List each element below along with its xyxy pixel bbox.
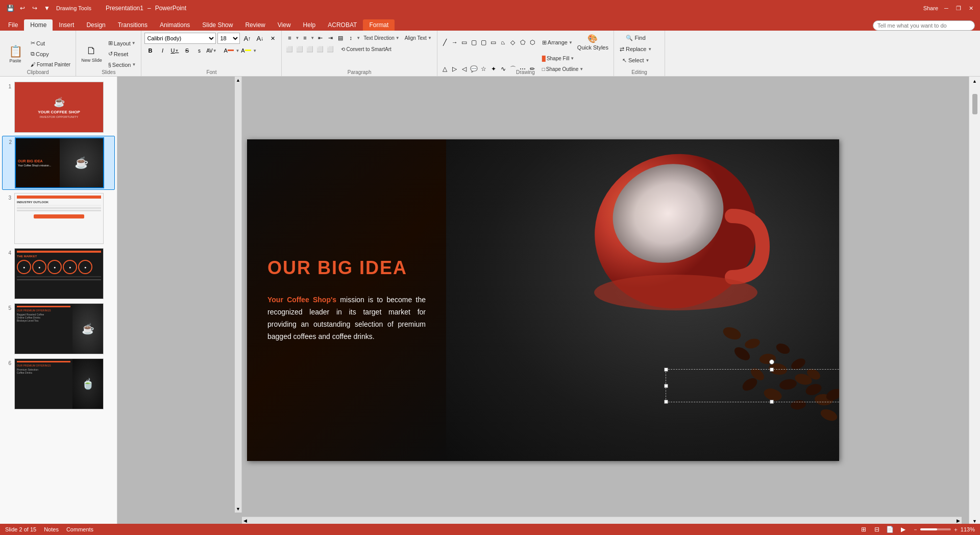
tab-review[interactable]: Review	[239, 19, 271, 31]
increase-font-btn[interactable]: A↑	[241, 33, 253, 44]
scroll-right-btn[interactable]: ▶	[955, 518, 962, 523]
right-scroll-thumb[interactable]	[972, 94, 977, 114]
numbered-list-btn[interactable]: ≡	[300, 33, 309, 42]
shape-diamond[interactable]: ◇	[508, 38, 518, 47]
slide-thumb-3[interactable]: 3 INDUSTRY OUTLOOK	[2, 192, 115, 245]
tab-format[interactable]: Format	[363, 19, 395, 31]
convert-smartart-btn[interactable]: ⟲Convert to SmartArt	[339, 44, 393, 54]
align-left-btn[interactable]: ⬜	[285, 44, 294, 54]
close-btn[interactable]: ✕	[967, 4, 975, 12]
shadow-btn[interactable]: s	[193, 45, 205, 56]
slide-thumb-6[interactable]: 6 OUR PREMIUM OFFERINGS Premium Selectio…	[2, 357, 115, 410]
align-center-btn[interactable]: ⬜	[295, 44, 304, 54]
increase-indent-btn[interactable]: ⇥	[326, 33, 335, 42]
find-button[interactable]: 🔍Find	[623, 33, 648, 43]
text-direction-btn[interactable]: Text Direction▼	[361, 33, 402, 43]
line-spacing-btn[interactable]: ↕	[346, 33, 355, 42]
bold-btn[interactable]: B	[144, 45, 156, 56]
shape-rect3[interactable]: ▭	[489, 38, 498, 47]
replace-button[interactable]: ⇄Replace▼	[617, 44, 654, 54]
right-scroll-up[interactable]: ▲	[972, 79, 977, 84]
cut-button[interactable]: ✂Cut	[29, 38, 72, 48]
align-text-btn[interactable]: Align Text▼	[403, 33, 434, 43]
restore-btn[interactable]: ❐	[954, 4, 963, 12]
clear-format-btn[interactable]: ✕	[267, 33, 278, 44]
zoom-minus-btn[interactable]: －	[913, 526, 918, 533]
scroll-up-btn[interactable]: ▲	[236, 78, 240, 83]
tell-me-input[interactable]	[873, 20, 975, 31]
scroll-left-btn[interactable]: ◀	[242, 518, 249, 523]
normal-view-icon[interactable]: ⊞	[860, 525, 868, 533]
slideshow-icon[interactable]: ▶	[899, 525, 908, 533]
slide-thumb-4[interactable]: 4 THE MARKET ● ● ● ● ●	[2, 247, 115, 300]
shape-line[interactable]: ╱	[440, 38, 450, 47]
paste-button[interactable]: 📋 Paste	[3, 39, 28, 69]
arrange-btn[interactable]: ⊞Arrange▼	[540, 37, 575, 47]
shape-hexagon[interactable]: ⬡	[528, 38, 537, 47]
zoom-slider[interactable]	[920, 528, 951, 530]
minimize-btn[interactable]: ─	[942, 4, 950, 12]
select-button[interactable]: ↖Select▼	[620, 55, 652, 65]
svg-point-17	[762, 386, 783, 403]
quick-styles-btn[interactable]: 🎨 Quick Styles	[575, 33, 610, 52]
copy-button[interactable]: ⧉Copy	[29, 49, 72, 59]
customize-quick-btn[interactable]: ▼	[42, 3, 52, 13]
tab-design[interactable]: Design	[80, 19, 111, 31]
main-slide[interactable]: OUR BIG IDEA Your Coffee Shop's mission …	[247, 139, 839, 461]
shape-rect[interactable]: ▭	[460, 38, 469, 47]
format-painter-button[interactable]: 🖌Format Painter	[29, 60, 72, 70]
char-spacing-btn[interactable]: AV▼	[206, 45, 217, 56]
shape-pentagon[interactable]: ⬠	[518, 38, 527, 47]
tab-acrobat[interactable]: ACROBAT	[322, 19, 363, 31]
decrease-font-btn[interactable]: A↓	[254, 33, 265, 44]
highlight-btn[interactable]: A	[240, 45, 252, 56]
tab-file[interactable]: File	[2, 19, 24, 31]
redo-quick-btn[interactable]: ↪	[30, 3, 40, 13]
shape-round-rect[interactable]: ▢	[479, 38, 488, 47]
tab-view[interactable]: View	[272, 19, 297, 31]
justify-btn[interactable]: ⬜	[315, 44, 325, 54]
shape-arrow[interactable]: →	[450, 38, 459, 47]
new-slide-button[interactable]: 🗋 New Slide	[79, 39, 104, 69]
font-color-btn[interactable]: A	[223, 45, 234, 56]
notes-btn[interactable]: Notes	[44, 526, 59, 532]
undo-quick-btn[interactable]: ↩	[17, 3, 28, 13]
file-name: Presentation1	[106, 5, 143, 12]
slide-sorter-icon[interactable]: ⊟	[873, 525, 881, 533]
strikethrough-btn[interactable]: S	[181, 45, 192, 56]
shape-rect2[interactable]: ▢	[470, 38, 479, 47]
distribute-h-btn[interactable]: ⬜	[326, 44, 335, 54]
share-label[interactable]: Share	[923, 5, 938, 11]
columns-btn[interactable]: ▤	[336, 33, 345, 42]
bullet-list-btn[interactable]: ≡	[285, 33, 294, 42]
italic-btn[interactable]: I	[157, 45, 168, 56]
reset-button[interactable]: ↺Reset	[106, 49, 138, 59]
font-family-select[interactable]: Calibri (Body)	[144, 33, 216, 44]
font-size-select[interactable]: 18	[217, 33, 240, 44]
shape-fill-btn[interactable]: █Shape Fill▼	[540, 53, 586, 63]
right-scroll-down[interactable]: ▼	[972, 519, 977, 524]
shape-trapezoid[interactable]: ⏢	[499, 38, 508, 47]
tab-slideshow[interactable]: Slide Show	[196, 19, 239, 31]
section-button[interactable]: §Section▼	[106, 60, 138, 70]
tab-help[interactable]: Help	[297, 19, 322, 31]
slide-area[interactable]: ▲ ▼ OUR BIG IDEA Your Coffee Shop's miss…	[117, 77, 969, 524]
scroll-up-area: ▲ ▼	[235, 77, 242, 513]
reading-view-icon[interactable]: 📄	[886, 525, 894, 533]
tab-transitions[interactable]: Transitions	[112, 19, 154, 31]
decrease-indent-btn[interactable]: ⇤	[315, 33, 325, 42]
scroll-down-btn[interactable]: ▼	[236, 506, 240, 512]
align-right-btn[interactable]: ⬜	[305, 44, 314, 54]
slide-thumb-5[interactable]: 5 OUR PREMIUM OFFERINGS Bagged Roasted C…	[2, 302, 115, 355]
save-quick-btn[interactable]: 💾	[5, 3, 15, 13]
slide-thumb-2[interactable]: 2 OUR BIG IDEA Your Coffee Shop's missio…	[2, 136, 115, 190]
tab-home[interactable]: Home	[24, 19, 53, 31]
tab-insert[interactable]: Insert	[53, 19, 80, 31]
zoom-plus-btn[interactable]: ＋	[953, 526, 959, 533]
h-scrollbar[interactable]: ◀ ▶	[242, 517, 962, 524]
layout-button[interactable]: ⊞Layout▼	[106, 38, 138, 48]
slide-thumb-1[interactable]: 1 ☕ YOUR COFFEE SHOP INVESTOR OPPORTUNIT…	[2, 81, 115, 134]
comments-btn[interactable]: Comments	[66, 526, 93, 532]
underline-btn[interactable]: U▼	[169, 45, 180, 56]
tab-animations[interactable]: Animations	[154, 19, 196, 31]
